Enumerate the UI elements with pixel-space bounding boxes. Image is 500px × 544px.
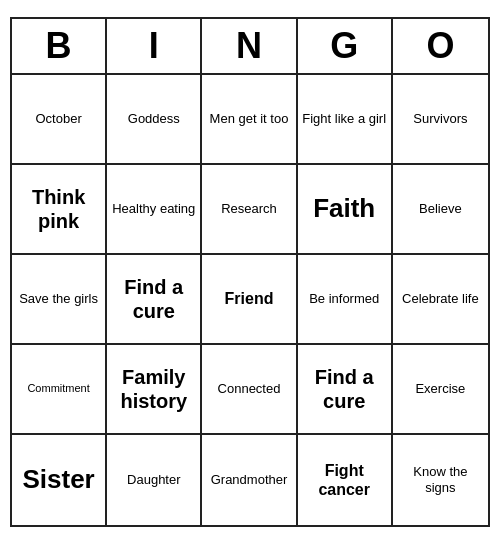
bingo-cell: Grandmother xyxy=(202,435,297,525)
cell-text: Research xyxy=(221,201,277,217)
bingo-cell: Know the signs xyxy=(393,435,488,525)
bingo-cell: Exercise xyxy=(393,345,488,435)
bingo-cell: Be informed xyxy=(298,255,393,345)
cell-text: Save the girls xyxy=(19,291,98,307)
bingo-cell: Healthy eating xyxy=(107,165,202,255)
cell-text: Fight cancer xyxy=(302,461,387,499)
cell-text: Goddess xyxy=(128,111,180,127)
cell-text: Think pink xyxy=(16,185,101,233)
cell-text: Grandmother xyxy=(211,472,288,488)
bingo-cell: Save the girls xyxy=(12,255,107,345)
bingo-cell: Family history xyxy=(107,345,202,435)
bingo-cell: Daughter xyxy=(107,435,202,525)
bingo-cell: Survivors xyxy=(393,75,488,165)
bingo-cell: Find a cure xyxy=(298,345,393,435)
header-letter: N xyxy=(202,19,297,73)
cell-text: Sister xyxy=(22,464,94,495)
cell-text: Faith xyxy=(313,193,375,224)
bingo-cell: Friend xyxy=(202,255,297,345)
header-letter: O xyxy=(393,19,488,73)
bingo-cell: Find a cure xyxy=(107,255,202,345)
bingo-cell: Goddess xyxy=(107,75,202,165)
cell-text: Men get it too xyxy=(210,111,289,127)
bingo-cell: Men get it too xyxy=(202,75,297,165)
bingo-cell: October xyxy=(12,75,107,165)
cell-text: Believe xyxy=(419,201,462,217)
cell-text: Friend xyxy=(225,289,274,308)
cell-text: Survivors xyxy=(413,111,467,127)
bingo-grid: OctoberGoddessMen get it tooFight like a… xyxy=(12,75,488,525)
header-letter: I xyxy=(107,19,202,73)
bingo-cell: Celebrate life xyxy=(393,255,488,345)
bingo-cell: Fight like a girl xyxy=(298,75,393,165)
bingo-cell: Connected xyxy=(202,345,297,435)
cell-text: Healthy eating xyxy=(112,201,195,217)
cell-text: Find a cure xyxy=(302,365,387,413)
bingo-cell: Fight cancer xyxy=(298,435,393,525)
cell-text: Fight like a girl xyxy=(302,111,386,127)
cell-text: Family history xyxy=(111,365,196,413)
cell-text: Connected xyxy=(218,381,281,397)
cell-text: Celebrate life xyxy=(402,291,479,307)
bingo-header: BINGO xyxy=(12,19,488,75)
cell-text: Find a cure xyxy=(111,275,196,323)
bingo-cell: Believe xyxy=(393,165,488,255)
cell-text: Exercise xyxy=(415,381,465,397)
cell-text: Be informed xyxy=(309,291,379,307)
header-letter: G xyxy=(298,19,393,73)
bingo-cell: Think pink xyxy=(12,165,107,255)
bingo-cell: Faith xyxy=(298,165,393,255)
cell-text: Know the signs xyxy=(397,464,484,495)
bingo-cell: Commitment xyxy=(12,345,107,435)
bingo-cell: Research xyxy=(202,165,297,255)
bingo-card: BINGO OctoberGoddessMen get it tooFight … xyxy=(10,17,490,527)
cell-text: Commitment xyxy=(27,382,89,395)
bingo-cell: Sister xyxy=(12,435,107,525)
cell-text: October xyxy=(35,111,81,127)
cell-text: Daughter xyxy=(127,472,180,488)
header-letter: B xyxy=(12,19,107,73)
